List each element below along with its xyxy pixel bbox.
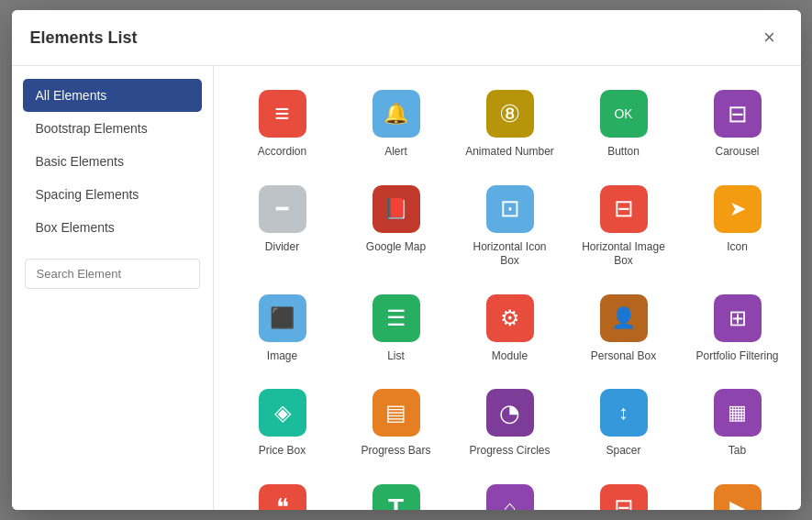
list-label: List bbox=[387, 349, 405, 364]
element-item-testimonial-box[interactable]: ❝Testimonial Box bbox=[228, 473, 337, 510]
progress-circles-label: Progress Circles bbox=[469, 444, 550, 459]
image-label: Image bbox=[267, 349, 297, 364]
progress-circles-icon: ◔ bbox=[486, 389, 534, 437]
accordion-icon: ≡ bbox=[259, 90, 306, 138]
personal-box-icon: 👤 bbox=[600, 294, 648, 342]
element-item-vertical-icon-box[interactable]: ⌂Vertical Icon Box bbox=[456, 473, 564, 510]
google-map-icon: 📕 bbox=[373, 185, 420, 233]
element-item-list[interactable]: ☰List bbox=[342, 283, 450, 373]
search-wrap bbox=[23, 259, 202, 289]
video-icon: ▶ bbox=[714, 484, 762, 510]
icon-label: Icon bbox=[727, 240, 748, 255]
sidebar-item-spacing-elements[interactable]: Spacing Elements bbox=[23, 178, 202, 211]
progress-bars-label: Progress Bars bbox=[361, 444, 430, 459]
search-input[interactable] bbox=[25, 259, 200, 289]
element-item-divider[interactable]: ━Divider bbox=[228, 174, 337, 278]
price-box-icon: ◈ bbox=[259, 389, 306, 437]
personal-box-label: Personal Box bbox=[591, 349, 656, 364]
modal-header: Elements List × bbox=[12, 10, 801, 66]
tab-label: Tab bbox=[729, 444, 746, 459]
element-item-module[interactable]: ⚙Module bbox=[456, 283, 564, 373]
sidebar: All ElementsBootstrap ElementsBasic Elem… bbox=[12, 66, 214, 510]
element-item-portfolio-filtering[interactable]: ⊞Portfolio Filtering bbox=[684, 283, 792, 373]
element-item-tab[interactable]: ▦Tab bbox=[684, 378, 792, 468]
element-item-icon[interactable]: ➤Icon bbox=[684, 174, 792, 278]
element-item-button[interactable]: OKButton bbox=[570, 79, 678, 169]
button-icon: OK bbox=[600, 90, 648, 138]
element-item-spacer[interactable]: ↕Spacer bbox=[570, 378, 678, 468]
element-item-text-block[interactable]: TText Block bbox=[342, 473, 450, 510]
image-icon: ⬛ bbox=[259, 294, 306, 342]
element-item-vertical-image-box[interactable]: ⊟Vertical Image Box bbox=[570, 473, 678, 510]
button-label: Button bbox=[607, 145, 640, 160]
element-item-image[interactable]: ⬛Image bbox=[228, 283, 337, 373]
divider-icon: ━ bbox=[259, 185, 306, 233]
alert-label: Alert bbox=[384, 145, 407, 160]
sidebar-item-box-elements[interactable]: Box Elements bbox=[23, 211, 202, 244]
element-item-progress-circles[interactable]: ◔Progress Circles bbox=[456, 378, 564, 468]
element-item-alert[interactable]: 🔔Alert bbox=[342, 79, 450, 169]
elements-grid: ≡Accordion🔔Alert⑧Animated NumberOKButton… bbox=[228, 79, 792, 510]
modal-close-button[interactable]: × bbox=[757, 25, 783, 50]
element-item-accordion[interactable]: ≡Accordion bbox=[228, 79, 337, 169]
vertical-icon-box-icon: ⌂ bbox=[486, 484, 534, 510]
elements-list-modal: Elements List × All ElementsBootstrap El… bbox=[12, 10, 801, 510]
alert-icon: 🔔 bbox=[373, 90, 420, 138]
sidebar-item-bootstrap-elements[interactable]: Bootstrap Elements bbox=[23, 112, 202, 145]
horizontal-image-box-icon: ⊟ bbox=[600, 185, 648, 233]
portfolio-filtering-icon: ⊞ bbox=[714, 294, 762, 342]
google-map-label: Google Map bbox=[366, 240, 426, 255]
animated-number-label: Animated Number bbox=[465, 145, 554, 160]
accordion-label: Accordion bbox=[258, 145, 306, 160]
text-block-icon: T bbox=[373, 484, 420, 510]
element-item-progress-bars[interactable]: ▤Progress Bars bbox=[342, 378, 450, 468]
modal-overlay: Elements List × All ElementsBootstrap El… bbox=[0, 0, 812, 520]
testimonial-box-icon: ❝ bbox=[259, 484, 306, 510]
portfolio-filtering-label: Portfolio Filtering bbox=[695, 349, 778, 364]
element-item-google-map[interactable]: 📕Google Map bbox=[342, 174, 450, 278]
spacer-icon: ↕ bbox=[600, 389, 648, 437]
list-icon: ☰ bbox=[373, 294, 420, 342]
elements-grid-wrap[interactable]: ≡Accordion🔔Alert⑧Animated NumberOKButton… bbox=[214, 66, 801, 510]
module-label: Module bbox=[492, 349, 528, 364]
element-item-price-box[interactable]: ◈Price Box bbox=[228, 378, 337, 468]
modal-body: All ElementsBootstrap ElementsBasic Elem… bbox=[12, 66, 801, 510]
modal-title: Elements List bbox=[30, 28, 138, 48]
element-item-carousel[interactable]: ⊟Carousel bbox=[684, 79, 792, 169]
element-item-horizontal-icon-box[interactable]: ⊡Horizontal Icon Box bbox=[456, 174, 564, 278]
element-item-video[interactable]: ▶Video bbox=[684, 473, 792, 510]
element-item-personal-box[interactable]: 👤Personal Box bbox=[570, 283, 678, 373]
vertical-image-box-icon: ⊟ bbox=[600, 484, 648, 510]
module-icon: ⚙ bbox=[486, 294, 534, 342]
horizontal-image-box-label: Horizontal Image Box bbox=[577, 240, 671, 269]
animated-number-icon: ⑧ bbox=[486, 90, 534, 138]
price-box-label: Price Box bbox=[259, 444, 306, 459]
sidebar-item-all-elements[interactable]: All Elements bbox=[23, 79, 202, 112]
icon-icon: ➤ bbox=[714, 185, 762, 233]
horizontal-icon-box-label: Horizontal Icon Box bbox=[463, 240, 557, 269]
element-item-animated-number[interactable]: ⑧Animated Number bbox=[456, 79, 564, 169]
sidebar-item-basic-elements[interactable]: Basic Elements bbox=[23, 145, 202, 178]
carousel-icon: ⊟ bbox=[714, 90, 762, 138]
element-item-horizontal-image-box[interactable]: ⊟Horizontal Image Box bbox=[570, 174, 678, 278]
carousel-label: Carousel bbox=[715, 145, 759, 160]
tab-icon: ▦ bbox=[714, 389, 762, 437]
divider-label: Divider bbox=[265, 240, 299, 255]
spacer-label: Spacer bbox=[606, 444, 640, 459]
progress-bars-icon: ▤ bbox=[373, 389, 420, 437]
horizontal-icon-box-icon: ⊡ bbox=[486, 185, 534, 233]
